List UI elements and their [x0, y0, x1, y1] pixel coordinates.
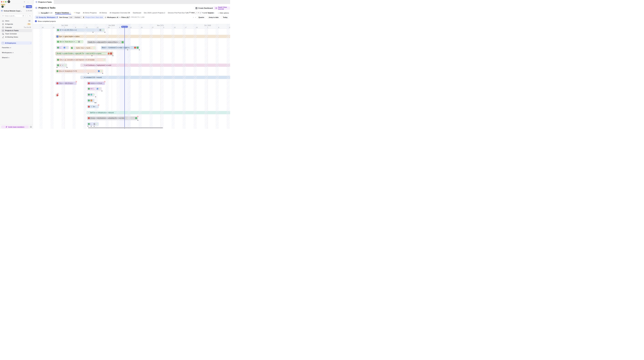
- view-tab-ai-demo-progress[interactable]: AI Demo Progress: [83, 12, 97, 14]
- add-workspace-button[interactable]: +: [29, 51, 32, 54]
- dismiss-badge[interactable]: x: [57, 93, 59, 94]
- window-minimize-button[interactable]: [3, 1, 4, 3]
- sidebar-item-team-schedule[interactable]: Team Schedule: [1, 32, 32, 35]
- gantt-bar[interactable]: Block 1: Combined Calendar + Agenda→✓: [101, 46, 140, 49]
- milestone-dot[interactable]: [66, 67, 68, 68]
- collapse-sidebar-icon[interactable]: «: [24, 1, 25, 3]
- sidebar-item-ai-employees[interactable]: AI Employees ›: [1, 41, 32, 45]
- milestone-dot[interactable]: [91, 55, 92, 56]
- milestone-dot[interactable]: [101, 90, 102, 92]
- next-period-button[interactable]: ›: [195, 16, 196, 18]
- gantt-bar[interactable]: ✓[Growth Analytics] ROAS→✓: [56, 70, 103, 73]
- sidebar-item-ai-agenda[interactable]: AI Agenda‼5: [1, 23, 32, 26]
- horizontal-scrollbar[interactable]: [88, 127, 163, 128]
- edit-view-button[interactable]: [194, 11, 198, 15]
- milestone-dot[interactable]: [139, 49, 140, 51]
- gantt-bar[interactable]: ✓(Rele...→✓: [87, 122, 99, 126]
- milestone-dot[interactable]: [104, 32, 106, 33]
- dismiss-badge[interactable]: x: [137, 116, 138, 117]
- hide-options-button[interactable]: ▲Hide options: [218, 12, 229, 14]
- search-button[interactable]: [28, 14, 32, 18]
- sidebar-item-calendar[interactable]: CalendarThu Oct 09: [1, 26, 32, 29]
- gantt-bar[interactable]: ×Flows – M6 (Project and st...x: [56, 82, 76, 85]
- gantt-bar[interactable]: ✓AI Chat M4 –e...→✓: [87, 87, 102, 90]
- milestone-dot[interactable]: [90, 126, 92, 127]
- sidebar-item-inbox[interactable]: Inbox92: [1, 19, 32, 23]
- milestone-dot[interactable]: [92, 32, 94, 33]
- gantt-bar[interactable]: ✓(Build) Team Account Expansion→✓: [56, 40, 83, 43]
- milestone-dot[interactable]: [94, 126, 95, 127]
- calendar-event-item[interactable]: Vertical Website Copy/Design Wee... 11:4…: [1, 10, 32, 12]
- milestone-dot[interactable]: [102, 73, 103, 74]
- docs-book-icon[interactable]: [30, 126, 32, 128]
- view-mode-kanban[interactable]: Kanban: [74, 16, 82, 18]
- sidebar-section-workspaces[interactable]: Workspaces▶: [2, 52, 14, 54]
- workspace-filter-button[interactable]: Workspace: All: [103, 16, 120, 19]
- window-zoom-button[interactable]: [5, 1, 6, 3]
- milestone-dot[interactable]: [88, 73, 89, 74]
- gantt-bar[interactable]: ×[Google Ads] Automate uploading YouTube…: [87, 116, 138, 120]
- quarter-button[interactable]: Quarter: [197, 16, 206, 19]
- view-tab-task-list[interactable]: Task List: [46, 12, 52, 14]
- prev-period-button[interactable]: ‹: [193, 16, 194, 18]
- sidebar-section-favorites[interactable]: Favorites▶: [2, 47, 11, 49]
- view-tab-project-timelines[interactable]: Project Timelines⋮: [55, 12, 71, 14]
- jump-to-date-button[interactable]: Jump to date: [207, 16, 220, 19]
- dismiss-badge[interactable]: x: [98, 104, 99, 106]
- milestone-dot[interactable]: [95, 96, 96, 98]
- gantt-bar[interactable]: ⟳Sync Engine Implementation: [56, 35, 230, 38]
- view-mode-list[interactable]: List: [68, 16, 73, 18]
- sidebar-section-shared[interactable]: Shared▶: [2, 57, 10, 59]
- sidebar-item-projects-tasks[interactable]: Projects & Tasks: [1, 29, 32, 32]
- gantt-bar[interactable]: ✓▤Spike: how to handle emails...✓: [70, 46, 96, 50]
- avatar[interactable]: J: [2, 6, 4, 8]
- chat-ask-ai-input[interactable]: Chat or ask AI... ⌘ /: [1, 14, 27, 17]
- add-view-button[interactable]: +: [199, 11, 202, 15]
- view-tab-devices-pod-past-due-task[interactable]: Devices Pod Past Due Task: [168, 12, 189, 14]
- milestone-dot[interactable]: [56, 67, 58, 68]
- sidebar-item-ai-meeting-notes[interactable]: AI Meeting Notes: [1, 35, 32, 39]
- view-tab-ai-demos[interactable]: AI Demos: [100, 12, 107, 14]
- dismiss-badge[interactable]: x: [104, 81, 106, 83]
- project-sort-button[interactable]: Project Sort: Start date↑: [84, 16, 106, 19]
- milestone-dot[interactable]: [87, 126, 89, 127]
- filters-button[interactable]: ▶ Filters (0): [118, 16, 130, 19]
- kebab-menu-icon[interactable]: ⋮: [70, 12, 71, 14]
- new-button[interactable]: +New: [26, 5, 32, 8]
- milestone-dot[interactable]: [95, 102, 96, 103]
- invite-team-members-button[interactable]: Invite team members: [1, 126, 29, 128]
- today-button[interactable]: Today: [221, 16, 229, 19]
- view-tab-dashboard[interactable]: Dashboard: [133, 12, 141, 14]
- view-tab-dec-2025-launch-projects-2[interactable]: Dec 2025 Launch Projects 2: [144, 12, 165, 14]
- forward-icon[interactable]: →: [30, 1, 32, 3]
- window-close-button[interactable]: [1, 1, 2, 3]
- tab-projects-and-tasks[interactable]: Projects & Tasks: [34, 0, 54, 4]
- milestone-dot[interactable]: [127, 49, 128, 51]
- gantt-bar[interactable]: ✓Clean up, consolidate and improve UX of…: [56, 58, 106, 61]
- gantt-bar[interactable]: ×Automated Testing f...x: [87, 82, 105, 85]
- gantt-bar[interactable]: ×x: [56, 94, 58, 97]
- dismiss-badge[interactable]: x: [76, 81, 77, 83]
- gantt-bar[interactable]: ✓[Shaping]AI ...→✓: [56, 46, 69, 49]
- gantt-bar[interactable]: [Build] Upgrade Existing Legacy/AI Tier …: [56, 52, 113, 55]
- back-icon[interactable]: ←: [27, 1, 29, 3]
- view-tab-triage[interactable]: ⚕Triage: [74, 12, 80, 14]
- gantt-bar[interactable]: ✓►Mobile I.....✓: [56, 64, 67, 67]
- search-views-button[interactable]: Search: [206, 12, 213, 14]
- milestone-dot[interactable]: [112, 55, 114, 56]
- gantt-bar[interactable]: ✓→✓AI ...: [87, 93, 94, 96]
- avatar-caret-icon[interactable]: ▼: [4, 6, 5, 7]
- gantt-bar[interactable]: ✉Automated CVE Inbound: [80, 76, 230, 79]
- gantt-bar[interactable]: ×✎Notetak...x: [87, 105, 99, 108]
- gantt-bar[interactable]: ✉Self Serve Infrastructure Inbound: [86, 111, 230, 114]
- gantt-bar[interactable]: ✓⋯...: [87, 99, 94, 102]
- gear-icon[interactable]: [23, 6, 25, 8]
- show-completed-checkbox[interactable]: ✓: [35, 20, 37, 22]
- gantt-bar[interactable]: ✓AI Sheets M0 (Release)→✓: [56, 28, 105, 32]
- gantt-bar[interactable]: ✉Prod Continuous Deployment Inbound: [80, 64, 230, 67]
- gantt-bar[interactable]: Clarify Ownership and Definitions of Eve…: [87, 41, 124, 44]
- view-tab-ai-integration-overview-db[interactable]: AI Integration Overview DB: [110, 12, 130, 14]
- gantt-view-tutorial-button[interactable]: Gantt View tutorial: [214, 7, 230, 10]
- milestone-dot[interactable]: [137, 120, 138, 121]
- check-icon: ✓: [57, 64, 59, 66]
